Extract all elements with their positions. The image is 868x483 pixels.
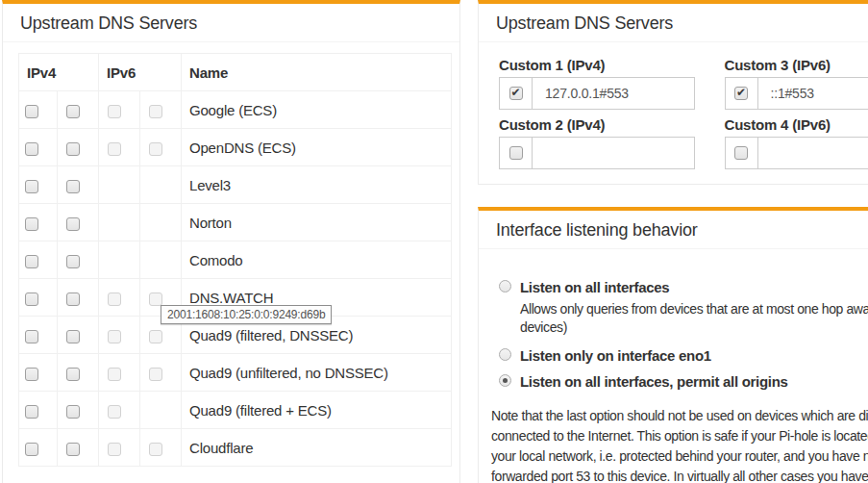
radio-button[interactable]	[499, 348, 511, 361]
checkbox-addon	[725, 137, 757, 169]
custom-dns-checkbox[interactable]	[509, 87, 523, 100]
custom-dns-group: Custom 1 (IPv4)	[499, 57, 695, 110]
ipv4-checkbox[interactable]	[25, 142, 38, 156]
dns-provider-name: Norton	[189, 215, 232, 231]
radio-option-label: Listen on all interfaces, permit all ori…	[520, 372, 788, 391]
ipv4-checkbox[interactable]	[66, 105, 80, 118]
ipv4-checkbox[interactable]	[25, 368, 38, 381]
ipv6-checkbox[interactable]	[149, 142, 162, 156]
panel-body: IPv4 IPv6 Name Google (ECS) OpenDNS (ECS…	[3, 42, 459, 483]
ipv4-checkbox[interactable]	[25, 443, 38, 456]
radio-option-row: Listen only on interface eno1	[499, 346, 868, 365]
radio-button[interactable]	[499, 280, 511, 292]
firewall-note: Note that the last option should not be …	[491, 406, 868, 483]
custom-dns-input[interactable]	[532, 77, 695, 110]
ipv4-checkbox[interactable]	[25, 330, 38, 343]
ipv6-address-tooltip: 2001:1608:10:25:0:0:9249:d69b	[161, 305, 332, 324]
ipv6-checkbox[interactable]	[108, 443, 121, 456]
column-header-name: Name	[182, 54, 452, 91]
radio-option-label: Listen only on interface eno1	[520, 346, 711, 365]
ipv4-checkbox[interactable]	[66, 292, 80, 306]
ipv6-checkbox[interactable]	[149, 105, 162, 118]
radio-button[interactable]	[499, 374, 511, 387]
ipv6-checkbox[interactable]	[149, 292, 162, 306]
ipv6-checkbox[interactable]	[108, 330, 121, 343]
checkbox-addon	[725, 77, 757, 110]
radio-option-label: Listen on all interfaces	[520, 278, 669, 296]
custom-dns-group: Custom 2 (IPv4)	[499, 116, 695, 169]
checkbox-addon	[499, 77, 532, 110]
custom-column-ipv4: Custom 1 (IPv4) Custom 2 (IPv4)	[499, 57, 695, 176]
ipv4-checkbox[interactable]	[25, 292, 38, 306]
ipv4-checkbox[interactable]	[66, 142, 80, 156]
description-line: Allows only queries from devices that ar…	[520, 300, 868, 318]
note-line: connected to the Internet. This option i…	[491, 426, 868, 446]
ipv6-checkbox[interactable]	[149, 443, 162, 456]
table-row: Quad9 (unfiltered, no DNSSEC)	[19, 354, 452, 392]
dns-table-body: Google (ECS) OpenDNS (ECS) Level3 Norton…	[19, 91, 452, 467]
panel-title: Upstream DNS Servers	[3, 4, 459, 42]
radio-option-row: Listen on all interfaces	[499, 278, 868, 296]
ipv4-checkbox[interactable]	[66, 405, 80, 419]
table-header-row: IPv4 IPv6 Name	[19, 54, 452, 91]
custom-dns-label: Custom 3 (IPv6)	[725, 57, 868, 73]
custom-dns-checkbox[interactable]	[509, 146, 523, 160]
dns-provider-name: DNS.WATCH	[189, 290, 273, 306]
description-line: devices)	[520, 318, 868, 337]
custom-dns-label: Custom 2 (IPv4)	[499, 116, 695, 133]
ipv4-checkbox[interactable]	[66, 217, 80, 231]
custom-dns-group: Custom 3 (IPv6)	[725, 57, 868, 110]
note-line: forwarded port 53 to this device. In vir…	[491, 467, 868, 483]
ipv6-checkbox[interactable]	[108, 142, 121, 156]
dns-provider-name: Comodo	[189, 252, 243, 268]
ipv4-checkbox[interactable]	[66, 180, 80, 193]
table-row: OpenDNS (ECS)	[19, 129, 452, 166]
custom-column-ipv6: Custom 3 (IPv6) Custom 4 (IPv6)	[725, 57, 868, 176]
ipv6-checkbox[interactable]	[108, 292, 121, 306]
custom-dns-group: Custom 4 (IPv6)	[725, 116, 868, 169]
ipv6-checkbox[interactable]	[108, 405, 121, 419]
custom-dns-checkbox[interactable]	[734, 87, 748, 100]
ipv4-checkbox[interactable]	[25, 180, 38, 193]
ipv6-checkbox[interactable]	[108, 105, 121, 118]
note-line: your local network, i.e. protected behin…	[491, 446, 868, 467]
custom-upstream-dns-panel: Upstream DNS Servers Custom 1 (IPv4) Cus…	[478, 0, 868, 185]
ipv4-checkbox[interactable]	[25, 105, 38, 118]
table-row: Level3	[19, 166, 452, 204]
custom-dns-input[interactable]	[757, 137, 868, 169]
column-header-ipv4: IPv4	[19, 54, 99, 91]
custom-dns-label: Custom 4 (IPv6)	[725, 116, 868, 133]
radio-option-row: Listen on all interfaces, permit all ori…	[499, 372, 868, 391]
ipv6-checkbox[interactable]	[149, 368, 162, 381]
radio-options-container: Listen on all interfaces Allows only que…	[479, 249, 868, 483]
custom-dns-checkbox[interactable]	[734, 146, 748, 160]
table-row: Google (ECS)	[19, 91, 452, 129]
interface-listening-panel: Interface listening behavior Listen on a…	[478, 207, 868, 483]
ipv4-checkbox[interactable]	[25, 405, 38, 419]
table-row: Quad9 (filtered + ECS)	[19, 392, 452, 429]
ipv4-checkbox[interactable]	[66, 443, 80, 456]
dns-servers-table: IPv4 IPv6 Name Google (ECS) OpenDNS (ECS…	[18, 53, 452, 467]
ipv4-checkbox[interactable]	[25, 217, 38, 231]
ipv4-checkbox[interactable]	[66, 368, 80, 381]
ipv4-checkbox[interactable]	[25, 255, 38, 268]
panel-title: Upstream DNS Servers	[479, 4, 868, 42]
dns-provider-name: OpenDNS (ECS)	[189, 140, 296, 156]
dns-provider-name: Quad9 (unfiltered, no DNSSEC)	[189, 365, 388, 381]
note-line: Note that the last option should not be …	[491, 406, 868, 426]
ipv6-checkbox[interactable]	[108, 368, 121, 381]
ipv4-checkbox[interactable]	[66, 255, 80, 268]
table-row: Norton	[19, 204, 452, 242]
dns-provider-name: Google (ECS)	[189, 102, 277, 118]
ipv6-checkbox[interactable]	[149, 330, 162, 343]
dns-provider-name: Level3	[189, 177, 231, 193]
custom-dns-input[interactable]	[757, 77, 868, 110]
dns-provider-name: Cloudflare	[189, 440, 253, 456]
panel-title: Interface listening behavior	[479, 211, 868, 249]
checkbox-addon	[499, 137, 532, 169]
dns-provider-name: Quad9 (filtered, DNSSEC)	[189, 327, 353, 343]
ipv4-checkbox[interactable]	[66, 330, 80, 343]
custom-dns-label: Custom 1 (IPv4)	[499, 57, 695, 73]
upstream-dns-servers-panel: Upstream DNS Servers IPv4 IPv6 Name Goog…	[2, 0, 460, 483]
custom-dns-input[interactable]	[532, 137, 695, 169]
